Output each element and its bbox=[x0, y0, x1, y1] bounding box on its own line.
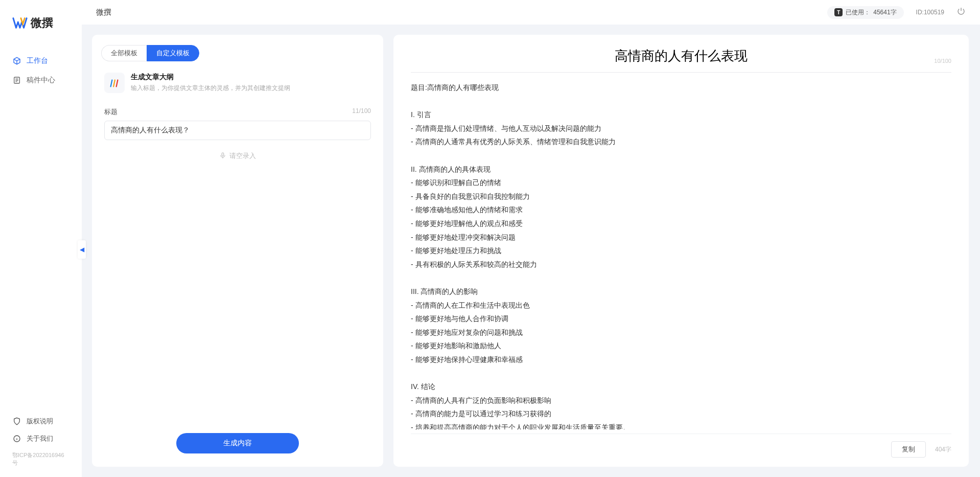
sidebar-item-label: 工作台 bbox=[27, 56, 48, 65]
output-body[interactable]: 题目:高情商的人有哪些表现 I. 引言 - 高情商是指人们处理情绪、与他人互动以… bbox=[411, 81, 951, 429]
sidebar-item-about[interactable]: 关于我们 bbox=[0, 430, 82, 447]
output-word-count: 404字 bbox=[935, 445, 951, 454]
usage-badge-icon: T bbox=[834, 8, 843, 16]
power-button[interactable] bbox=[956, 7, 966, 18]
template-title: 生成文章大纲 bbox=[131, 73, 290, 82]
sidebar: 微撰 工作台 稿件中心 版权说明 bbox=[0, 0, 82, 477]
document-icon bbox=[12, 76, 21, 85]
sidebar-item-copyright[interactable]: 版权说明 bbox=[0, 413, 82, 430]
page-title: 微撰 bbox=[96, 8, 111, 17]
app-root: 微撰 工作台 稿件中心 版权说明 bbox=[0, 0, 980, 477]
template-icon bbox=[104, 73, 125, 93]
title-field-block: 标题 11/100 请空录入 bbox=[92, 102, 383, 161]
usage-label: 已使用： bbox=[846, 8, 870, 17]
logo-icon bbox=[12, 15, 28, 31]
divider bbox=[411, 72, 951, 73]
svg-rect-2 bbox=[222, 152, 224, 155]
usage-pill[interactable]: T 已使用： 45641字 bbox=[827, 6, 903, 19]
cube-icon bbox=[12, 56, 21, 65]
output-title-counter: 10/100 bbox=[934, 58, 951, 64]
output-panel: 高情商的人有什么表现 10/100 题目:高情商的人有哪些表现 I. 引言 - … bbox=[393, 35, 969, 467]
tab-custom-templates[interactable]: 自定义模板 bbox=[147, 45, 199, 61]
topbar-right: T 已使用： 45641字 ID:100519 bbox=[827, 6, 966, 19]
logo-text: 微撰 bbox=[31, 15, 53, 31]
sidebar-nav: 工作台 稿件中心 bbox=[0, 51, 82, 413]
info-icon bbox=[12, 434, 21, 443]
field-char-count: 11/100 bbox=[352, 107, 371, 117]
sidebar-collapse-handle[interactable]: ◀ bbox=[78, 240, 86, 259]
generate-footer: 生成内容 bbox=[92, 422, 383, 467]
user-id: ID:100519 bbox=[916, 9, 944, 16]
sidebar-item-label: 版权说明 bbox=[27, 417, 53, 426]
main-area: 微撰 T 已使用： 45641字 ID:100519 全部模板 自定义模板 bbox=[82, 0, 980, 477]
sidebar-item-workbench[interactable]: 工作台 bbox=[0, 51, 82, 71]
sidebar-bottom: 版权说明 关于我们 鄂ICP备2022016946号 bbox=[0, 413, 82, 467]
template-desc: 输入标题，为你提供文章主体的灵感，并为其创建推文提纲 bbox=[131, 84, 290, 93]
generate-button[interactable]: 生成内容 bbox=[176, 433, 299, 453]
template-card: 生成文章大纲 输入标题，为你提供文章主体的灵感，并为其创建推文提纲 bbox=[92, 69, 383, 102]
workarea: 全部模板 自定义模板 生成文章大纲 输入标题，为你提供文章主体的灵感，并为其创建… bbox=[82, 25, 980, 477]
microphone-icon bbox=[219, 152, 226, 161]
copy-button[interactable]: 复制 bbox=[891, 441, 926, 458]
voice-hint: 请空录入 bbox=[229, 151, 256, 161]
left-panel: 全部模板 自定义模板 生成文章大纲 输入标题，为你提供文章主体的灵感，并为其创建… bbox=[92, 35, 383, 467]
logo[interactable]: 微撰 bbox=[0, 15, 82, 51]
template-tabs: 全部模板 自定义模板 bbox=[92, 35, 383, 69]
output-title-row: 高情商的人有什么表现 10/100 bbox=[411, 47, 951, 65]
output-title: 高情商的人有什么表现 bbox=[411, 47, 951, 65]
sidebar-item-drafts[interactable]: 稿件中心 bbox=[0, 71, 82, 90]
sidebar-item-label: 关于我们 bbox=[27, 434, 53, 443]
tab-all-templates[interactable]: 全部模板 bbox=[101, 45, 147, 61]
title-input[interactable] bbox=[104, 121, 371, 140]
field-label: 标题 bbox=[104, 107, 118, 117]
chevron-left-icon: ◀ bbox=[80, 246, 84, 253]
topbar: 微撰 T 已使用： 45641字 ID:100519 bbox=[82, 0, 980, 25]
voice-input-row[interactable]: 请空录入 bbox=[104, 151, 371, 161]
shield-icon bbox=[12, 417, 21, 426]
usage-value: 45641字 bbox=[873, 8, 896, 17]
output-footer: 复制 404字 bbox=[411, 434, 951, 458]
icp-text: 鄂ICP备2022016946号 bbox=[0, 447, 82, 467]
sidebar-item-label: 稿件中心 bbox=[27, 76, 55, 85]
